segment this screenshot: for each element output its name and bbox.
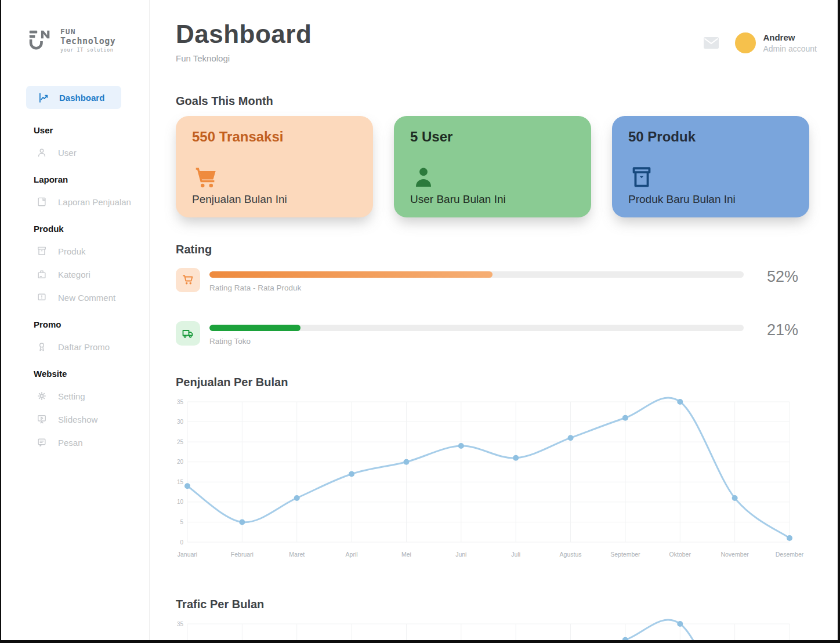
rating-row-toko: Rating Toko 21%: [176, 321, 798, 363]
logo-tagline: your IT solution: [60, 48, 115, 53]
rating-percent: 52%: [752, 269, 798, 285]
header: Dashboard Fun Teknologi Andrew Admin acc…: [176, 20, 817, 63]
logo-line1: FUN: [60, 28, 115, 37]
progress-track: [209, 271, 744, 278]
progress-fill: [209, 271, 493, 278]
goal-card-user: 5 User User Baru Bulan Ini: [394, 116, 591, 217]
goal-cards: 550 Transaksi Penjualan Bulan Ini 5 User: [176, 116, 817, 217]
rating-row-produk: Rating Rata - Rata Produk 52%: [176, 268, 798, 310]
slideshow-monitor-icon: [36, 413, 48, 425]
sidebar-item-user[interactable]: User: [36, 147, 149, 158]
svg-text:Agustus: Agustus: [560, 551, 582, 558]
svg-text:35: 35: [177, 399, 184, 405]
goal-caption: User Baru Bulan Ini: [410, 193, 575, 206]
goal-card-transaksi: 550 Transaksi Penjualan Bulan Ini: [176, 116, 373, 217]
rating-heading: Rating: [176, 243, 817, 256]
box-icon: [628, 161, 793, 191]
svg-text:Desember: Desember: [776, 551, 804, 558]
rating-rows: Rating Rata - Rata Produk 52% Ratin: [176, 268, 798, 363]
logo: FUN Technology your IT solution: [27, 27, 149, 53]
sidebar-section-website: Website Setting Slideshow: [27, 369, 149, 448]
svg-text:Maret: Maret: [289, 551, 305, 558]
svg-text:Juli: Juli: [511, 551, 520, 558]
svg-text:30: 30: [177, 419, 184, 425]
user-icon: [410, 161, 575, 191]
sidebar-nav: Dashboard User User Laporan Laporan P: [27, 86, 149, 448]
progress-fill: [209, 325, 300, 331]
fun-technology-logo-icon: [27, 27, 53, 53]
chart-section-penjualan: Penjualan Per Bulan 05101520253035Januar…: [176, 376, 817, 569]
sidebar-item-new-comment[interactable]: New Comment: [36, 292, 149, 303]
sidebar-section-user: User User: [27, 125, 149, 158]
page-subtitle: Fun Teknologi: [176, 53, 312, 63]
sidebar-item-dashboard[interactable]: Dashboard: [26, 86, 121, 109]
svg-text:0: 0: [180, 539, 183, 546]
svg-text:10: 10: [177, 499, 184, 505]
sidebar-section-promo: Promo Daftar Promo: [27, 319, 149, 353]
goal-value: 550 Transaksi: [192, 129, 357, 145]
goal-value: 50 Produk: [628, 129, 793, 145]
category-icon: [36, 268, 48, 280]
chart-section-trafic: Trafic Per Bulan 05101520253035JanuariFe…: [176, 598, 817, 643]
svg-text:35: 35: [177, 621, 184, 627]
cart-icon: [192, 161, 357, 191]
goal-value: 5 User: [410, 129, 575, 145]
user-name: Andrew: [763, 32, 817, 42]
sidebar-item-produk[interactable]: Produk: [36, 245, 149, 257]
svg-text:Juni: Juni: [455, 551, 466, 558]
svg-text:Oktober: Oktober: [669, 551, 691, 558]
sidebar-item-setting[interactable]: Setting: [36, 390, 149, 402]
section-title: Website: [34, 369, 149, 379]
goal-caption: Penjualan Bulan Ini: [192, 193, 357, 206]
section-title: Laporan: [34, 175, 149, 184]
rating-percent: 21%: [752, 322, 798, 338]
section-title: Promo: [34, 319, 149, 329]
svg-text:Februari: Februari: [231, 551, 254, 558]
report-book-icon: [36, 196, 48, 208]
main-content: Dashboard Fun Teknologi Andrew Admin acc…: [150, 0, 840, 643]
trafic-line-chart: 05101520253035JanuariFebruariMaretAprilM…: [176, 615, 816, 643]
page-title: Dashboard: [176, 20, 312, 49]
sidebar-item-kategori[interactable]: Kategori: [36, 268, 149, 280]
svg-text:November: November: [720, 551, 749, 558]
dashboard-page: FUN Technology your IT solution Dashboar…: [0, 0, 840, 643]
cart-icon: [176, 268, 200, 292]
section-title: User: [34, 125, 149, 135]
award-ribbon-icon: [36, 341, 48, 353]
avatar[interactable]: [735, 32, 756, 53]
mail-icon[interactable]: [704, 37, 719, 49]
rating-label: Rating Rata - Rata Produk: [209, 284, 744, 292]
gear-icon: [36, 390, 48, 402]
chart-title: Trafic Per Bulan: [176, 598, 817, 611]
sidebar-item-pesan[interactable]: Pesan: [36, 437, 149, 448]
sidebar-section-produk: Produk Produk Kategori: [27, 224, 149, 303]
product-box-icon: [36, 245, 48, 257]
screenshot-edge: [838, 0, 840, 643]
sidebar-section-laporan: Laporan Laporan Penjualan: [27, 175, 149, 208]
sidebar: FUN Technology your IT solution Dashboar…: [0, 0, 150, 643]
sidebar-item-daftar-promo[interactable]: Daftar Promo: [36, 341, 149, 353]
svg-text:Mei: Mei: [401, 551, 411, 558]
chart-title: Penjualan Per Bulan: [176, 376, 817, 389]
screenshot-edge: [0, 640, 840, 643]
user-icon: [36, 147, 48, 158]
svg-text:5: 5: [180, 519, 183, 525]
sidebar-item-slideshow[interactable]: Slideshow: [36, 413, 149, 425]
logo-line2: Technology: [60, 37, 115, 46]
svg-text:20: 20: [177, 459, 184, 465]
user-role: Admin account: [763, 44, 817, 53]
message-icon: [36, 437, 48, 448]
chart-line-icon: [38, 92, 50, 104]
user-block: Andrew Admin account: [704, 32, 817, 53]
svg-text:25: 25: [177, 439, 184, 445]
rating-label: Rating Toko: [209, 337, 744, 346]
comment-alert-icon: [36, 292, 48, 303]
screenshot-edge: [0, 0, 1, 643]
sidebar-item-laporan-penjualan[interactable]: Laporan Penjualan: [36, 196, 149, 208]
svg-text:April: April: [346, 551, 358, 558]
svg-text:September: September: [610, 551, 640, 558]
section-title: Produk: [34, 224, 149, 234]
progress-track: [209, 325, 744, 331]
goals-heading: Goals This Month: [176, 95, 817, 108]
goal-caption: Produk Baru Bulan Ini: [628, 193, 793, 206]
